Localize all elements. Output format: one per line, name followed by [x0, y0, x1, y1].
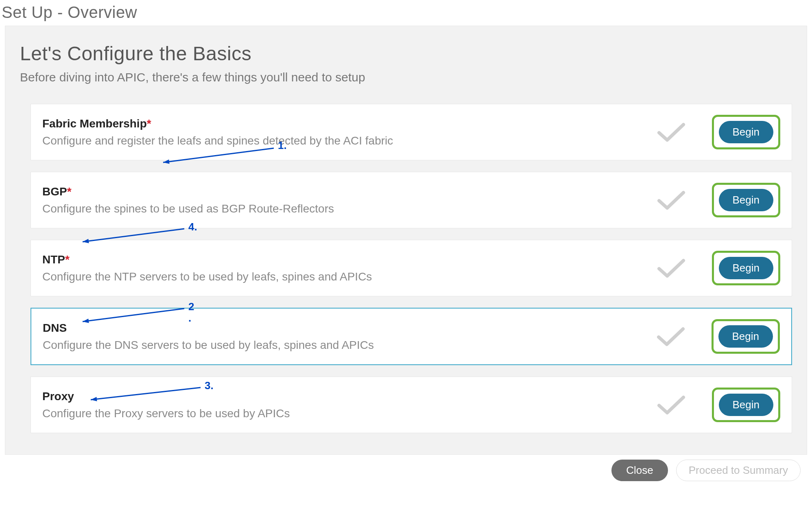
begin-button-frame: Begin — [712, 388, 781, 422]
card-text: NTP*Configure the NTP servers to be used… — [42, 253, 647, 283]
card-title: DNS — [43, 322, 646, 335]
setup-cards-list: Fabric Membership*Configure and register… — [20, 104, 792, 433]
card-description: Configure the NTP servers to be used by … — [42, 270, 647, 283]
card-description: Configure and register the leafs and spi… — [42, 134, 647, 147]
hero-subtitle: Before diving into APIC, there's a few t… — [20, 70, 792, 84]
begin-button-frame: Begin — [712, 319, 780, 354]
begin-button-frame: Begin — [712, 115, 781, 149]
status-check — [647, 257, 696, 279]
required-asterisk: * — [65, 253, 70, 266]
proceed-to-summary-button: Proceed to Summary — [676, 460, 801, 481]
check-icon — [657, 257, 686, 279]
check-icon — [657, 121, 686, 143]
check-icon — [657, 189, 686, 211]
status-check — [647, 394, 696, 416]
card-title: BGP* — [42, 185, 647, 198]
card-title: Fabric Membership* — [42, 117, 647, 130]
setup-card-ntp[interactable]: NTP*Configure the NTP servers to be used… — [31, 240, 792, 296]
setup-card-fabric-membership[interactable]: Fabric Membership*Configure and register… — [31, 104, 792, 160]
card-title: NTP* — [42, 253, 647, 266]
card-title-label: Fabric Membership — [42, 117, 147, 130]
begin-button-ntp[interactable]: Begin — [719, 257, 774, 279]
setup-card-proxy[interactable]: ProxyConfigure the Proxy servers to be u… — [31, 377, 792, 433]
required-asterisk: * — [67, 185, 72, 198]
card-title: Proxy — [42, 390, 647, 403]
check-icon — [656, 326, 685, 348]
status-check — [646, 326, 695, 348]
card-title-label: Proxy — [42, 390, 74, 403]
setup-panel: Let's Configure the Basics Before diving… — [5, 26, 807, 455]
setup-card-dns[interactable]: DNSConfigure the DNS servers to be used … — [31, 308, 792, 365]
card-description: Configure the spines to be used as BGP R… — [42, 202, 647, 215]
close-button[interactable]: Close — [611, 460, 668, 481]
hero-title: Let's Configure the Basics — [20, 42, 792, 65]
status-check — [647, 189, 696, 211]
card-text: DNSConfigure the DNS servers to be used … — [43, 322, 646, 352]
begin-button-dns[interactable]: Begin — [718, 325, 773, 348]
begin-button-frame: Begin — [712, 183, 781, 217]
begin-button-fabric-membership[interactable]: Begin — [719, 121, 774, 143]
card-text: BGP*Configure the spines to be used as B… — [42, 185, 647, 215]
check-icon — [657, 394, 686, 416]
card-text: Fabric Membership*Configure and register… — [42, 117, 647, 147]
status-check — [647, 121, 696, 143]
dialog-footer: Close Proceed to Summary — [0, 455, 812, 481]
setup-card-bgp[interactable]: BGP*Configure the spines to be used as B… — [31, 172, 792, 228]
card-description: Configure the DNS servers to be used by … — [43, 339, 646, 352]
begin-button-bgp[interactable]: Begin — [719, 189, 774, 211]
required-asterisk: * — [147, 117, 151, 130]
card-title-label: NTP — [42, 253, 65, 266]
card-description: Configure the Proxy servers to be used b… — [42, 407, 647, 420]
card-title-label: DNS — [43, 322, 67, 334]
page-title: Set Up - Overview — [0, 0, 812, 26]
card-title-label: BGP — [42, 185, 67, 198]
begin-button-frame: Begin — [712, 251, 781, 285]
card-text: ProxyConfigure the Proxy servers to be u… — [42, 390, 647, 420]
begin-button-proxy[interactable]: Begin — [719, 394, 774, 416]
